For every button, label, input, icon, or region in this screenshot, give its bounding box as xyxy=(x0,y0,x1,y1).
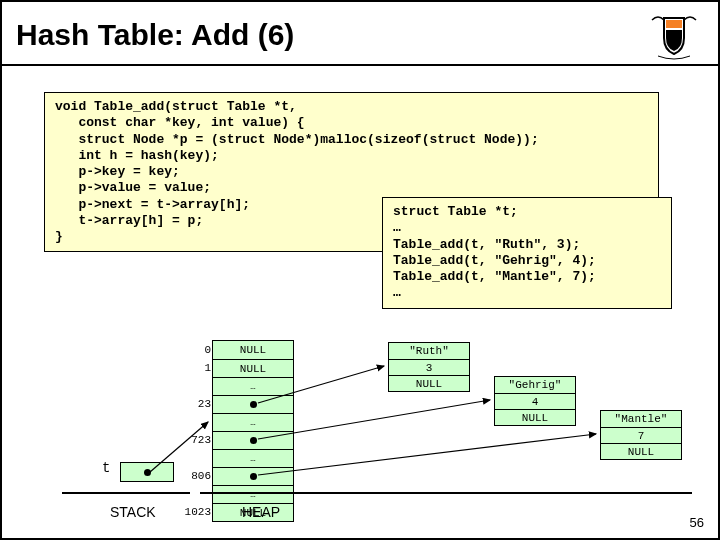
array-cell: NULL xyxy=(213,341,293,359)
node-value: 4 xyxy=(495,393,575,409)
code-calls-box: struct Table *t; … Table_add(t, "Ruth", … xyxy=(382,197,672,309)
pointer-dot-icon xyxy=(250,437,257,444)
hash-array: 0NULL 1NULL … 23 … 723 … 806 … 1023NULL xyxy=(212,340,294,522)
array-cell: … xyxy=(213,413,293,431)
node-ruth: "Ruth" 3 NULL xyxy=(388,342,470,392)
heap-label: HEAP xyxy=(242,504,280,520)
pointer-dot-icon xyxy=(250,473,257,480)
princeton-crest-icon xyxy=(644,10,704,60)
array-index: 23 xyxy=(181,398,211,410)
array-index: 1023 xyxy=(181,506,211,518)
array-cell: … xyxy=(213,485,293,503)
node-next: NULL xyxy=(601,443,681,459)
node-key: "Ruth" xyxy=(389,343,469,359)
variable-t-label: t xyxy=(102,460,110,476)
heap-divider xyxy=(200,492,692,494)
title-bar: Hash Table: Add (6) xyxy=(2,2,718,66)
array-cell: NULL xyxy=(213,359,293,377)
pointer-dot-icon xyxy=(250,401,257,408)
node-key: "Gehrig" xyxy=(495,377,575,393)
node-next: NULL xyxy=(389,375,469,391)
node-value: 3 xyxy=(389,359,469,375)
slide: Hash Table: Add (6) void Table_add(struc… xyxy=(0,0,720,540)
node-value: 7 xyxy=(601,427,681,443)
node-next: NULL xyxy=(495,409,575,425)
node-gehrig: "Gehrig" 4 NULL xyxy=(494,376,576,426)
stack-variable-t xyxy=(120,462,174,482)
svg-rect-0 xyxy=(666,20,682,28)
array-cell: … xyxy=(213,449,293,467)
node-mantle: "Mantle" 7 NULL xyxy=(600,410,682,460)
page-number: 56 xyxy=(690,515,704,530)
array-index: 806 xyxy=(181,470,211,482)
stack-label: STACK xyxy=(110,504,156,520)
array-cell-723 xyxy=(213,431,293,449)
array-index: 723 xyxy=(181,434,211,446)
array-index: 0 xyxy=(181,344,211,356)
slide-title: Hash Table: Add (6) xyxy=(16,18,294,52)
array-cell: … xyxy=(213,377,293,395)
svg-line-4 xyxy=(258,434,596,475)
array-cell-23 xyxy=(213,395,293,413)
pointer-dot-icon xyxy=(144,469,151,476)
node-key: "Mantle" xyxy=(601,411,681,427)
array-cell-806 xyxy=(213,467,293,485)
array-index: 1 xyxy=(181,362,211,374)
memory-diagram: t 0NULL 1NULL … 23 … 723 … 806 … 1023NUL… xyxy=(2,332,720,532)
stack-divider xyxy=(62,492,190,494)
